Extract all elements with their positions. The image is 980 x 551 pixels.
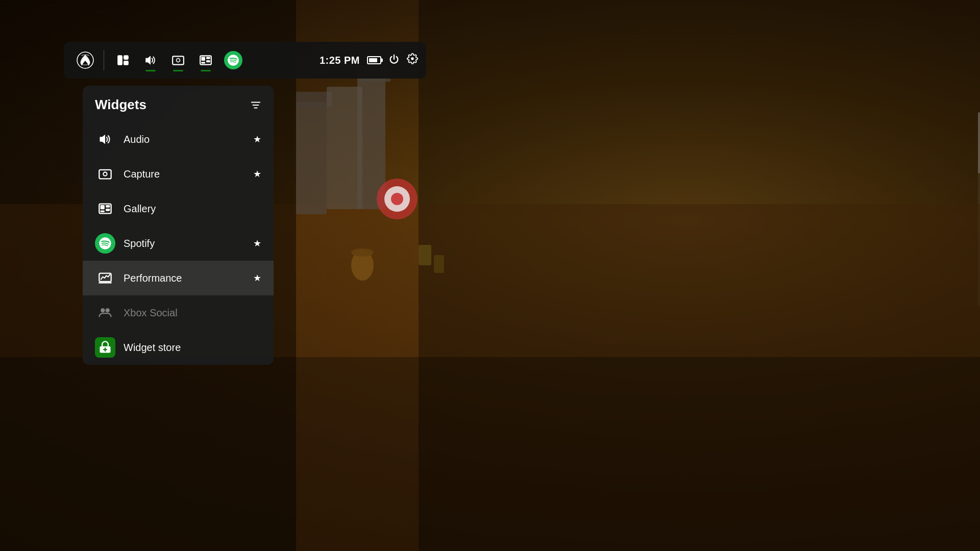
svg-rect-18 [124, 55, 129, 60]
spotify-widget-label: Spotify [124, 238, 253, 249]
scrollbar-thumb[interactable] [978, 112, 980, 173]
svg-point-43 [101, 308, 105, 312]
performance-widget-icon [95, 268, 115, 288]
svg-rect-28 [201, 62, 205, 63]
capture-nav-button[interactable] [164, 47, 192, 73]
topbar-divider [104, 50, 104, 70]
performance-star-button[interactable]: ★ [253, 272, 261, 284]
svg-marker-32 [100, 135, 106, 144]
audio-active-indicator [145, 70, 156, 71]
capture-star-button[interactable]: ★ [253, 168, 261, 180]
svg-rect-19 [124, 61, 129, 65]
svg-point-35 [104, 172, 106, 175]
svg-rect-26 [206, 57, 210, 59]
settings-icon[interactable] [407, 53, 418, 67]
spotify-star-button[interactable]: ★ [253, 238, 261, 249]
widget-item-xbox-social[interactable]: Xbox Social [83, 295, 274, 330]
widgets-title: Widgets [95, 97, 146, 113]
capture-widget-icon [95, 164, 115, 184]
capture-active-indicator [173, 70, 183, 71]
svg-rect-17 [117, 55, 122, 65]
svg-point-23 [177, 59, 179, 61]
xbox-logo-button[interactable] [72, 47, 99, 73]
gallery-active-indicator [201, 70, 211, 71]
widgets-list: Audio ★ Capture ★ [83, 122, 274, 365]
svg-point-44 [106, 308, 110, 312]
widget-item-capture[interactable]: Capture ★ [83, 157, 274, 191]
audio-nav-button[interactable] [137, 47, 164, 73]
widgets-header: Widgets [83, 86, 274, 122]
widget-store-label: Widget store [124, 342, 261, 354]
capture-widget-label: Capture [124, 168, 253, 180]
gallery-widget-icon [95, 198, 115, 219]
power-icon [388, 54, 400, 67]
svg-rect-39 [106, 209, 110, 211]
performance-widget-label: Performance [124, 272, 253, 284]
xbox-social-widget-icon [95, 303, 115, 323]
svg-rect-38 [106, 205, 110, 208]
gallery-widget-label: Gallery [124, 203, 261, 215]
audio-widget-icon [95, 129, 115, 149]
xbox-logo-icon [76, 51, 94, 69]
spotify-circle-icon [224, 51, 242, 69]
svg-rect-25 [201, 57, 205, 61]
topbar-time-section: 1:25 PM [320, 53, 418, 67]
widget-item-audio[interactable]: Audio ★ [83, 122, 274, 157]
clock-display: 1:25 PM [320, 55, 360, 66]
widget-item-performance[interactable]: Performance ★ [83, 261, 274, 295]
widget-store-icon [95, 337, 115, 358]
svg-rect-27 [206, 60, 210, 62]
widget-item-store[interactable]: Widget store [83, 330, 274, 365]
spotify-widget-icon [95, 233, 115, 254]
gallery-nav-button[interactable] [192, 47, 219, 73]
topbar: 1:25 PM [64, 42, 426, 79]
widgets-panel: Widgets Audio ★ [83, 86, 274, 365]
widgets-filter-button[interactable] [250, 99, 261, 111]
battery-icon [367, 56, 381, 64]
spotify-nav-button[interactable] [219, 47, 247, 73]
xbox-social-widget-label: Xbox Social [124, 307, 261, 319]
svg-rect-40 [101, 211, 105, 213]
battery-indicator [367, 56, 381, 64]
widget-item-spotify[interactable]: Spotify ★ [83, 226, 274, 261]
svg-rect-37 [101, 205, 105, 209]
svg-marker-20 [145, 56, 151, 64]
audio-widget-label: Audio [124, 134, 253, 145]
snap-button[interactable] [109, 47, 137, 73]
widget-item-gallery[interactable]: Gallery [83, 191, 274, 226]
audio-star-button[interactable]: ★ [253, 134, 261, 145]
